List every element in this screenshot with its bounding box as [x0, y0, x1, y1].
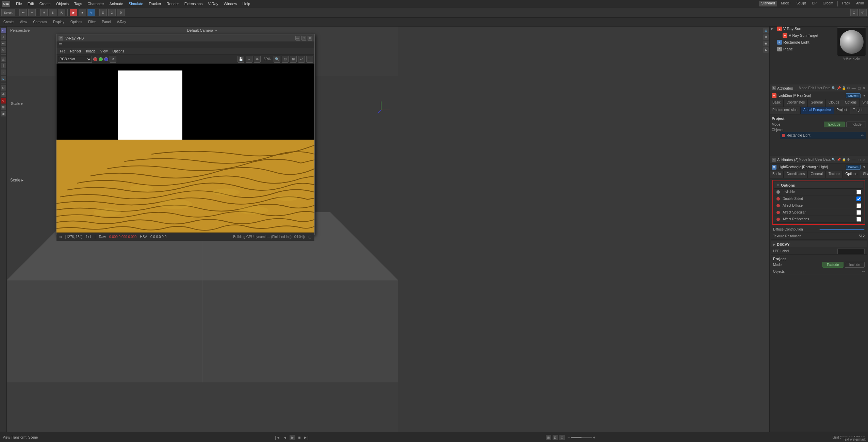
menu-edit[interactable]: Edit [25, 1, 36, 6]
attr1-maximize-btn[interactable]: □ [857, 86, 861, 91]
toolbar-redo[interactable]: ↪ [28, 9, 36, 16]
vp-tool-panel[interactable]: Panel [100, 20, 113, 24]
attr1-include-btn[interactable]: Include [846, 122, 866, 127]
attr1-exclude-btn[interactable]: Exclude [824, 122, 845, 127]
toolbar-select-icon[interactable]: Select [1, 9, 15, 16]
affect-reflections-checkbox[interactable] [856, 217, 861, 222]
menu-vray[interactable]: V-Ray [206, 1, 221, 6]
attr1-pin-icon[interactable]: 📌 [837, 86, 841, 90]
attr2-settings-icon[interactable]: ⚙ [847, 158, 850, 161]
attr2-minimize-btn[interactable]: — [851, 157, 856, 162]
affect-specular-checkbox[interactable] [856, 210, 861, 215]
right-icon-attr[interactable]: ⚙ [763, 34, 769, 40]
tool-snap[interactable]: ⊙ [1, 85, 6, 91]
attr1-close-btn[interactable]: × [862, 86, 866, 91]
attr2-search-icon[interactable]: 🔍 [832, 158, 836, 161]
mode-standard[interactable]: Standard [759, 1, 777, 6]
vfb-save-btn[interactable]: 💾 [238, 56, 244, 63]
attr2-pin-icon[interactable]: 📌 [837, 158, 841, 161]
tool-select[interactable]: ↖ [1, 28, 6, 33]
vfb-expand-btn[interactable]: ⊟ [308, 235, 312, 239]
vfb-region-btn[interactable]: ⊞ [290, 56, 297, 63]
attr2-include-btn[interactable]: Include [845, 262, 865, 268]
mode-groom[interactable]: Groom [821, 1, 835, 6]
vp-tool-vray[interactable]: V-Ray [115, 20, 128, 24]
attr1-tab-shadows[interactable]: Shadows [860, 99, 868, 107]
playback-prev[interactable]: ◄ [283, 435, 287, 440]
right-icon-mat[interactable]: ◉ [763, 41, 769, 46]
toolbar-scale[interactable]: S [49, 9, 56, 16]
playback-next[interactable]: ►| [304, 435, 309, 440]
vfb-hamburger-icon[interactable]: ☰ [59, 43, 62, 47]
vp-tool-cameras[interactable]: Cameras [31, 20, 49, 24]
attr1-rect-light-obj-row[interactable]: Rectangle Light ✏ [780, 132, 866, 139]
invisible-checkbox[interactable] [856, 190, 861, 194]
attr2-tab-texture[interactable]: Texture [826, 171, 843, 178]
bottom-icon-3[interactable]: □ [559, 435, 565, 440]
attr2-tab-shadows[interactable]: Shadows [860, 171, 868, 178]
tool-live[interactable]: L [1, 76, 6, 81]
attr2-dropdown-arrow[interactable]: ▼ [863, 165, 866, 169]
toolbar-settings[interactable]: ⚙ [117, 9, 125, 16]
toolbar-rotate[interactable]: R [58, 9, 65, 16]
zoom-slider[interactable] [571, 437, 592, 438]
menu-animate[interactable]: Animate [107, 1, 126, 6]
vfb-menu-render[interactable]: Render [68, 49, 83, 53]
tool-brush[interactable]: ⊞ [1, 105, 6, 110]
attr1-minimize-btn[interactable]: — [851, 86, 856, 91]
mode-anim[interactable]: Anim [854, 1, 866, 6]
tool-axis[interactable]: ⊕ [1, 92, 6, 97]
attr1-custom-badge[interactable]: Custom [846, 93, 861, 98]
playback-play[interactable]: ▶ [290, 435, 295, 440]
attr1-tab-photon[interactable]: Photon emission [770, 107, 801, 114]
menu-extensions[interactable]: Extensions [182, 1, 205, 6]
vp-tool-options[interactable]: Options [68, 20, 84, 24]
vfb-maximize-btn[interactable]: □ [301, 36, 306, 41]
attr1-tab-target[interactable]: Target [850, 107, 866, 114]
tool-mat[interactable]: ◉ [1, 111, 6, 116]
lpe-input[interactable] [837, 249, 865, 254]
vfb-zoom-fit[interactable]: ⊡ [282, 56, 289, 63]
menu-tags[interactable]: Tags [72, 1, 84, 6]
tool-scale[interactable]: ⇔ [1, 41, 6, 46]
toolbar-tag[interactable]: 🏷 [859, 9, 867, 16]
attr1-tab-options[interactable]: Options [842, 99, 859, 107]
playback-start[interactable]: |◄ [275, 435, 280, 440]
vfb-minimize-btn[interactable]: — [295, 36, 300, 41]
attr1-tab-clouds[interactable]: Clouds [826, 99, 842, 107]
toolbar-obj-mode[interactable]: ⊡ [850, 9, 858, 16]
tool-vray[interactable]: V [1, 98, 6, 104]
attr1-tab-basic[interactable]: Basic [770, 99, 784, 107]
vfb-menu-image[interactable]: Image [84, 49, 98, 53]
attr1-tab-project[interactable]: Project [834, 107, 850, 114]
menu-objects[interactable]: Objects [54, 1, 71, 6]
tool-move[interactable]: ✛ [1, 34, 6, 40]
attr2-tab-general[interactable]: General [808, 171, 826, 178]
vp-tool-view[interactable]: View [18, 20, 29, 24]
menu-render[interactable]: Render [164, 1, 181, 6]
attr2-tab-coords[interactable]: Coordinates [784, 171, 808, 178]
right-icon-objects[interactable]: ⊞ [763, 28, 769, 33]
attr1-obj-edit-icon[interactable]: ✏ [861, 133, 864, 137]
toolbar-undo[interactable]: ↩ [19, 9, 27, 16]
vfb-more-btn[interactable]: ⋯ [306, 56, 313, 63]
attr1-tab-general[interactable]: General [808, 99, 826, 107]
attr1-dropdown-arrow[interactable]: ▼ [863, 94, 866, 97]
vfb-color-mode-select[interactable]: RGB color [58, 56, 92, 63]
playback-stop[interactable]: ■ [298, 435, 300, 440]
mode-sculpt[interactable]: Sculpt [795, 1, 808, 6]
tool-rotate[interactable]: ↻ [1, 47, 6, 53]
attr1-settings-icon[interactable]: ⚙ [847, 86, 850, 90]
vfb-menu-options[interactable]: Options [110, 49, 126, 53]
mode-model[interactable]: Model [779, 1, 792, 6]
toolbar-vfb[interactable]: V [87, 9, 95, 16]
toolbar-grid[interactable]: ⊞ [99, 9, 107, 16]
attr2-tab-basic[interactable]: Basic [770, 171, 784, 178]
menu-window[interactable]: Window [221, 1, 239, 6]
tool-point[interactable]: · [1, 69, 6, 75]
tool-poly[interactable]: △ [1, 57, 6, 62]
attr2-decay-header[interactable]: ▶ DECAY [771, 241, 867, 248]
mode-track[interactable]: Track [840, 1, 852, 6]
vfb-color-g[interactable] [99, 57, 103, 61]
toolbar-move[interactable]: M [40, 9, 48, 16]
